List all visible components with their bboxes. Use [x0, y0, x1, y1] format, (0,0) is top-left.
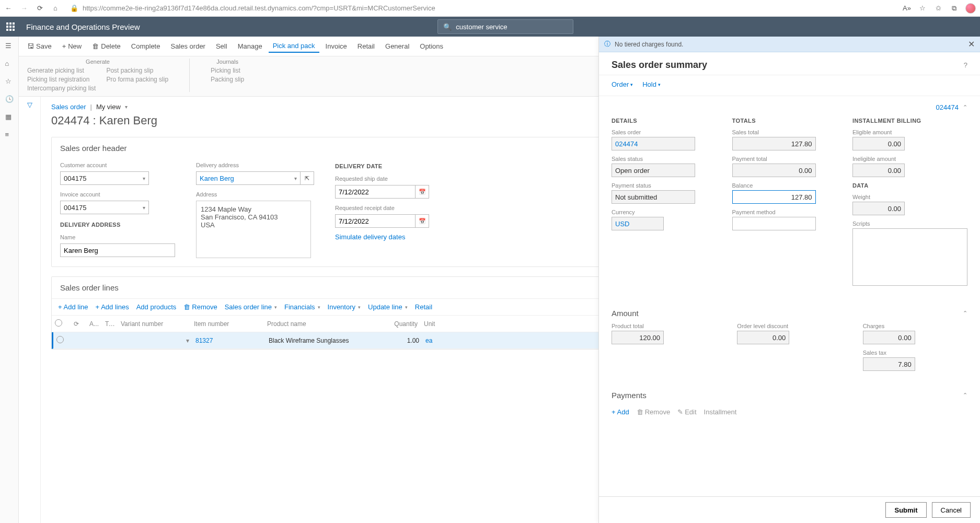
tab-options[interactable]: Options: [416, 40, 447, 52]
balance-value[interactable]: 127.80: [732, 190, 816, 204]
product-total-value: 120.00: [612, 331, 664, 344]
sales-status-value: Open order: [612, 164, 695, 177]
sales-order-line-menu[interactable]: Sales order line: [225, 303, 277, 311]
calendar-icon[interactable]: 📅: [416, 185, 429, 199]
search-input[interactable]: [456, 23, 568, 31]
address-display: 1234 Maple Way San Francisco, CA 94103 U…: [196, 201, 311, 258]
home-icon[interactable]: ⌂: [51, 4, 60, 13]
row-select[interactable]: [56, 336, 64, 343]
item-number-link[interactable]: 81327: [192, 337, 266, 344]
pencil-icon: ✎: [677, 408, 683, 416]
retail-menu[interactable]: Retail: [415, 303, 432, 311]
currency-value: USD: [612, 217, 664, 230]
collections-icon[interactable]: ⧉: [950, 4, 958, 13]
payment-installment-button[interactable]: Installment: [704, 408, 737, 416]
tab-retail[interactable]: Retail: [353, 40, 379, 52]
payment-remove-button[interactable]: 🗑Remove: [637, 408, 670, 416]
tab-pick-pack[interactable]: Pick and pack: [269, 40, 319, 53]
sales-order-value: 024474: [612, 137, 695, 150]
save-button[interactable]: 🖫Save: [23, 40, 56, 52]
chevron-down-icon[interactable]: ▾: [125, 104, 128, 110]
name-input[interactable]: [60, 243, 175, 257]
app-header: Finance and Operations Preview 🔍: [0, 17, 980, 37]
add-lines-button[interactable]: +Add lines: [96, 303, 129, 311]
journal-packing-slip[interactable]: Packing slip: [211, 76, 244, 83]
side-panel-title: Sales order summary: [612, 60, 707, 71]
order-menu[interactable]: Order: [612, 80, 633, 88]
back-icon[interactable]: ←: [4, 4, 13, 13]
modules-icon[interactable]: ≡: [5, 131, 14, 139]
scripts-textarea[interactable]: [852, 228, 967, 286]
customer-account-combo[interactable]: 004175▾: [60, 171, 149, 185]
payment-edit-button[interactable]: ✎Edit: [677, 408, 696, 416]
hold-menu[interactable]: Hold: [642, 80, 661, 88]
add-products-button[interactable]: Add products: [136, 303, 177, 311]
remove-line-button[interactable]: 🗑Remove: [183, 303, 217, 311]
home-nav-icon[interactable]: ⌂: [5, 60, 14, 68]
submit-button[interactable]: Submit: [885, 502, 926, 518]
help-icon[interactable]: ?: [964, 61, 967, 69]
workspace-icon[interactable]: ▦: [5, 113, 14, 121]
pro-forma-packing-slip[interactable]: Pro forma packing slip: [106, 76, 168, 83]
save-icon: 🖫: [27, 42, 34, 50]
inventory-menu[interactable]: Inventory: [328, 303, 361, 311]
collapse-icon[interactable]: ⌃: [963, 104, 967, 111]
tab-invoice[interactable]: Invoice: [321, 40, 351, 52]
menu-icon[interactable]: ☰: [5, 42, 14, 50]
post-packing-slip[interactable]: Post packing slip: [106, 67, 168, 74]
add-line-button[interactable]: +Add line: [58, 303, 88, 311]
update-line-menu[interactable]: Update line: [368, 303, 408, 311]
journal-picking-list[interactable]: Picking list: [211, 67, 244, 74]
tab-manage[interactable]: Manage: [234, 40, 267, 52]
plus-icon: +: [612, 408, 616, 416]
navigation-rail: ☰ ⌂ ☆ 🕓 ▦ ≡: [0, 37, 19, 523]
new-button[interactable]: +New: [58, 40, 86, 52]
ineligible-value: 0.00: [852, 164, 905, 177]
filter-icon[interactable]: ▽: [27, 101, 32, 109]
delivery-address-combo[interactable]: Karen Berg▾: [196, 171, 301, 185]
financials-menu[interactable]: Financials: [284, 303, 320, 311]
payment-add-button[interactable]: +Add: [612, 408, 629, 416]
weight-value: 0.00: [852, 202, 905, 215]
intercompany-picking-list[interactable]: Intercompany picking list: [27, 85, 96, 92]
close-icon[interactable]: ✕: [968, 39, 975, 49]
simulate-dates-link[interactable]: Simulate delivery dates: [335, 233, 429, 241]
recent-icon[interactable]: 🕓: [5, 95, 14, 103]
favorites-bar-icon[interactable]: ✩: [934, 4, 942, 13]
tab-sales-order[interactable]: Sales order: [166, 40, 209, 52]
breadcrumb-myview[interactable]: My view: [96, 103, 121, 111]
breadcrumb-sales-order[interactable]: Sales order: [51, 103, 86, 111]
cancel-button[interactable]: Cancel: [932, 502, 971, 518]
favorite-icon[interactable]: ☆: [918, 4, 927, 13]
generate-picking-list[interactable]: Generate picking list: [27, 67, 96, 74]
complete-button[interactable]: Complete: [127, 40, 165, 52]
plus-icon: +: [62, 42, 66, 50]
invoice-account-combo[interactable]: 004175▾: [60, 201, 149, 214]
tab-sell[interactable]: Sell: [212, 40, 232, 52]
trash-icon: 🗑: [637, 408, 643, 416]
delete-button[interactable]: 🗑Delete: [88, 40, 125, 52]
filter-rail: ▽: [19, 97, 41, 523]
select-all[interactable]: [55, 319, 62, 327]
calendar-icon[interactable]: 📅: [416, 214, 429, 228]
app-title: Finance and Operations Preview: [26, 22, 140, 31]
requested-receipt-date[interactable]: 📅: [335, 214, 429, 228]
profile-avatar[interactable]: [965, 3, 976, 14]
payments-section-header[interactable]: Payments⌃: [612, 386, 967, 405]
url-text: https://comme2e-tie-ring2a9136f7d174e86d…: [83, 4, 435, 12]
info-bar: ⓘ No tiered charges found. ✕: [599, 37, 980, 52]
picking-list-registration[interactable]: Picking list registration: [27, 76, 96, 83]
order-number-link[interactable]: 024474: [936, 103, 959, 111]
amount-section-header[interactable]: Amount⌃: [612, 304, 967, 323]
tab-general[interactable]: General: [381, 40, 413, 52]
refresh-col-icon[interactable]: ⟳: [71, 320, 86, 328]
charges-value: 0.00: [863, 331, 915, 344]
address-details-icon[interactable]: ⇱: [301, 171, 314, 185]
waffle-icon[interactable]: [4, 20, 17, 33]
forward-icon[interactable]: →: [20, 4, 28, 13]
refresh-icon[interactable]: ⟳: [36, 4, 44, 13]
global-search[interactable]: 🔍: [437, 19, 573, 34]
read-aloud-icon[interactable]: A»: [903, 4, 911, 13]
favorites-nav-icon[interactable]: ☆: [5, 77, 14, 86]
requested-ship-date[interactable]: 📅: [335, 185, 429, 199]
